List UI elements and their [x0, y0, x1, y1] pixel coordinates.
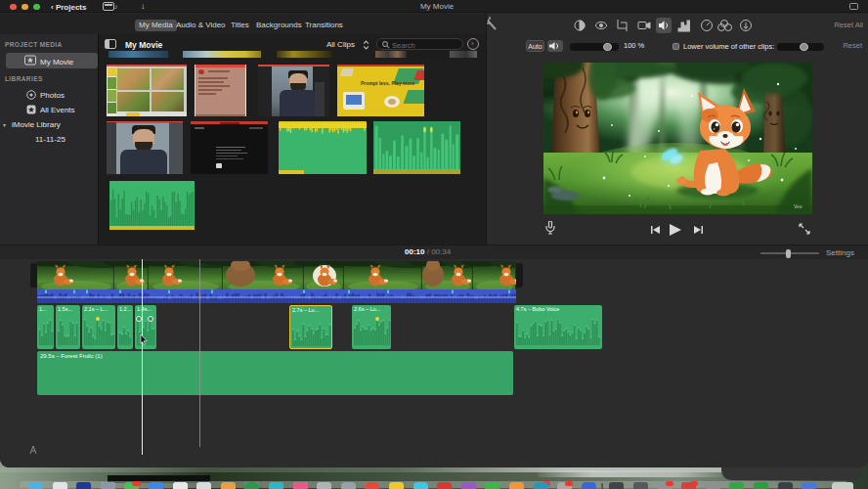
svg-text:Veo: Veo [794, 203, 803, 209]
